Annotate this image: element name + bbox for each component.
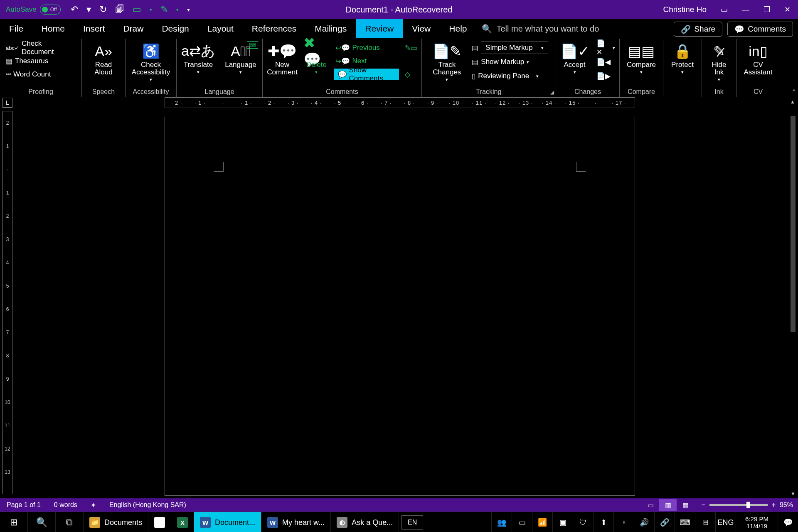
search-button[interactable]: 🔍 — [28, 512, 56, 532]
page-status[interactable]: Page 1 of 1 — [0, 501, 47, 509]
delete-comment-button[interactable]: ✖💬 Delete ▾ — [303, 40, 329, 75]
document-page[interactable] — [165, 117, 635, 496]
taskbar-app-chrome[interactable]: ◉ — [148, 512, 171, 532]
tab-layout[interactable]: Layout — [198, 19, 243, 38]
tab-design[interactable]: Design — [153, 19, 198, 38]
minimize-button[interactable]: — — [742, 5, 749, 14]
taskbar-app-word-heart[interactable]: WMy heart w... — [261, 512, 331, 532]
tab-stop-selector[interactable]: L — [2, 98, 12, 108]
taskbar-app-word-doc1[interactable]: WDocument... — [194, 512, 261, 532]
next-comment-button[interactable]: ↪💬Next — [334, 55, 399, 67]
show-comments-button[interactable]: 💬Show Comments — [334, 69, 399, 80]
qat-customize-button[interactable]: ▾ — [187, 6, 190, 13]
accept-button[interactable]: 📄✓ Accept ▾ — [559, 40, 591, 75]
ink-comment-button[interactable]: ✎▭ — [403, 42, 419, 54]
cv-assistant-button[interactable]: in▯ CV Assistant — [739, 40, 777, 76]
taskbar-app-excel[interactable]: X — [171, 512, 194, 532]
compare-button[interactable]: ▤▤ Compare ▾ — [622, 40, 660, 75]
word-count-status[interactable]: 0 words — [47, 501, 84, 509]
reviewing-pane-button[interactable]: ▯Reviewing Pane ▾ — [470, 70, 549, 82]
word-count-button[interactable]: ¹²³Word Count — [4, 69, 77, 80]
check-document-button[interactable]: abc✓Check Document — [4, 42, 77, 54]
read-mode-button[interactable]: ▭ — [642, 499, 659, 511]
redo-button[interactable]: ↻ — [99, 4, 107, 15]
protect-button[interactable]: 🔒 Protect ▾ — [666, 40, 699, 75]
tab-review[interactable]: Review — [356, 19, 403, 38]
read-aloud-button[interactable]: A» Read Aloud — [84, 40, 123, 76]
scrollbar-thumb[interactable] — [791, 116, 796, 332]
taskbar-app-askq[interactable]: ◐Ask a Que... — [331, 512, 399, 532]
tray-icon-0[interactable]: 👥 — [491, 512, 512, 532]
prev-change-icon: 📄◀ — [596, 58, 611, 66]
tray-icon-7[interactable]: 🔊 — [634, 512, 654, 532]
markup-mode-dropdown[interactable]: ▤ Simple Markup▾ — [470, 42, 549, 54]
vertical-scrollbar[interactable]: ▼ — [789, 108, 797, 498]
tracking-launcher[interactable]: ◢ — [550, 89, 554, 95]
tray-clock[interactable]: 6:29 PM11/4/19 — [736, 512, 778, 532]
print-layout-button[interactable]: ▥ — [659, 499, 677, 511]
scroll-up-button[interactable]: ▲ — [789, 99, 796, 106]
touch-mode-button[interactable]: ✎ — [160, 4, 168, 15]
tray-icon-5[interactable]: ⬆ — [593, 512, 613, 532]
tray-icon-6[interactable]: ᚼ — [613, 512, 634, 532]
keyboard-icon[interactable]: ⌨ — [247, 41, 258, 49]
tray-icon-3[interactable]: ▣ — [552, 512, 573, 532]
tab-view[interactable]: View — [403, 19, 440, 38]
autosave-toggle[interactable]: AutoSave Off — [6, 5, 61, 15]
vertical-ruler[interactable]: 21·12345678910111213 — [2, 111, 12, 494]
tray-icon-2[interactable]: 📶 — [532, 512, 552, 532]
tray-icon-9[interactable]: ⌨ — [675, 512, 695, 532]
web-layout-button[interactable]: ▦ — [677, 499, 694, 511]
undo-dropdown[interactable]: ▾ — [86, 4, 91, 15]
save-button[interactable]: 🗐 — [115, 4, 124, 15]
tab-home[interactable]: Home — [32, 19, 74, 38]
zoom-slider-thumb[interactable] — [746, 502, 750, 508]
tray-icon-10[interactable]: 🖥 — [695, 512, 715, 532]
prev-change-button[interactable]: 📄◀ — [595, 56, 617, 68]
scroll-down-button[interactable]: ▼ — [789, 491, 797, 498]
tab-file[interactable]: File — [0, 19, 32, 38]
taskbar-app-documents[interactable]: 📁Documents — [84, 512, 148, 532]
translate-button[interactable]: a⇄あ Translate ▾ — [179, 40, 217, 75]
undo-button[interactable]: ↶ — [71, 4, 78, 15]
new-comment-button[interactable]: ✚💬 New Comment — [265, 40, 299, 76]
tab-references[interactable]: References — [243, 19, 305, 38]
zoom-value[interactable]: 95% — [780, 501, 793, 509]
tab-draw[interactable]: Draw — [114, 19, 153, 38]
tray-icon-1[interactable]: ▭ — [512, 512, 532, 532]
language-status[interactable]: English (Hong Kong SAR) — [103, 501, 193, 509]
comments-button[interactable]: 💬 Comments — [727, 22, 793, 37]
start-button[interactable]: ⊞ — [0, 512, 28, 532]
eraser-button[interactable]: ◇ — [403, 69, 419, 80]
hide-ink-button[interactable]: ✎̷ Hide Ink ▾ — [704, 40, 734, 82]
tray-notifications[interactable]: 💬 — [778, 512, 798, 532]
zoom-in-button[interactable]: + — [772, 501, 776, 509]
track-changes-button[interactable]: 📄✎ Track Changes ▾ — [428, 40, 466, 82]
ime-indicator[interactable]: EN — [401, 515, 423, 530]
tray-icon-4[interactable]: 🛡 — [573, 512, 593, 532]
draw-format-button[interactable]: ▭ — [133, 4, 141, 15]
zoom-slider[interactable] — [709, 504, 768, 506]
task-view-button[interactable]: ⧉ — [56, 512, 84, 532]
chevron-down-icon: ▾ — [446, 77, 448, 82]
ribbon-options-button[interactable]: ▭ — [721, 5, 728, 14]
collapse-ribbon-button[interactable]: ˄ — [793, 89, 796, 95]
zoom-out-button[interactable]: − — [701, 501, 705, 509]
next-change-button[interactable]: 📄▶ — [595, 70, 617, 82]
tab-help[interactable]: Help — [440, 19, 476, 38]
horizontal-ruler[interactable]: · 2 ·· 1 ··· 1 ·· 2 ·· 3 ·· 4 ·· 5 ·· 6 … — [165, 97, 635, 108]
tray-language[interactable]: ENG — [715, 512, 736, 532]
tell-me-search[interactable]: 🔍 Tell me what you want to do — [482, 19, 599, 38]
share-button[interactable]: 🔗 Share — [674, 22, 722, 37]
maximize-button[interactable]: ❐ — [764, 5, 770, 14]
check-accessibility-button[interactable]: ♿ Check Accessibility ▾ — [128, 40, 174, 82]
thesaurus-button[interactable]: ▤Thesaurus — [4, 55, 77, 67]
previous-comment-button[interactable]: ↩💬Previous — [334, 42, 399, 54]
show-markup-button[interactable]: ▤Show Markup▾ — [470, 56, 549, 68]
close-button[interactable]: ✕ — [784, 5, 791, 14]
reject-button[interactable]: 📄✕▾ — [595, 42, 617, 54]
tray-icon-8[interactable]: 🔗 — [654, 512, 675, 532]
user-name[interactable]: Christine Ho — [663, 5, 707, 14]
tab-insert[interactable]: Insert — [74, 19, 114, 38]
proofing-status-icon[interactable]: ✦ — [84, 501, 103, 509]
